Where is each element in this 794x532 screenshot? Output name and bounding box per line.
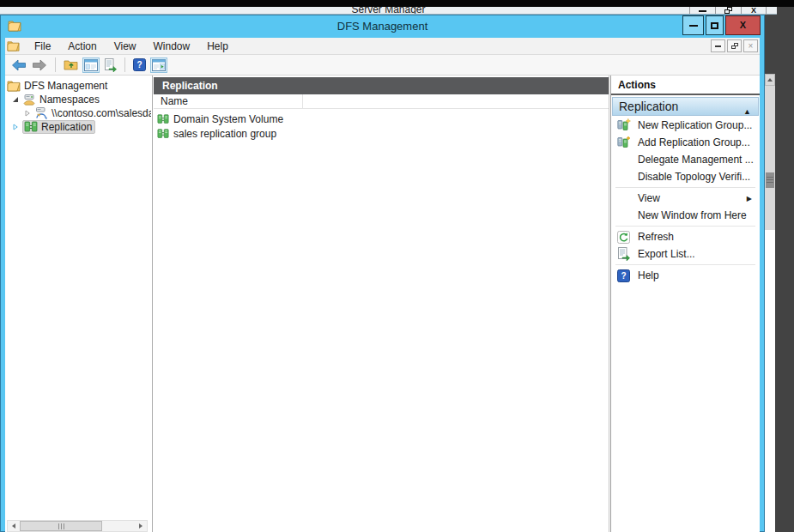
- chevron-right-icon: [139, 523, 142, 529]
- scroll-left-button[interactable]: [8, 521, 20, 531]
- menu-file[interactable]: File: [26, 40, 59, 52]
- list-item-domain-system-volume[interactable]: Domain System Volume: [154, 112, 609, 126]
- close-icon: ×: [749, 42, 754, 51]
- results-pane-header: Replication: [154, 77, 609, 94]
- dfs-close-button[interactable]: X: [725, 15, 761, 35]
- pane-splitter[interactable]: [152, 76, 153, 532]
- toolbar-separator: [124, 57, 125, 72]
- tree-item-namespaces[interactable]: Namespaces: [5, 93, 100, 106]
- scrollbar-up-button[interactable]: [765, 74, 775, 86]
- menu-bar: File Action View Window Help ×: [5, 38, 760, 55]
- action-label: View: [638, 192, 660, 204]
- action-new-replication-group[interactable]: New Replication Group...: [611, 117, 760, 134]
- help-icon: ?: [133, 58, 146, 71]
- server-manager-caption-buttons: X: [689, 7, 767, 15]
- expander-collapsed-icon[interactable]: [24, 110, 31, 117]
- console-tree-pane: DFS Management Namespaces \\contoso.com\: [5, 76, 151, 532]
- action-add-replication-group[interactable]: Add Replication Group...: [611, 134, 760, 151]
- sm-minimize-button[interactable]: [689, 7, 715, 15]
- child-restore-button[interactable]: [727, 39, 742, 52]
- expander-expanded-icon[interactable]: [12, 96, 19, 103]
- tree-item-replication[interactable]: Replication: [5, 120, 95, 134]
- action-label: Delegate Management ...: [638, 154, 754, 166]
- chevron-up-icon: [767, 78, 773, 82]
- action-label: Disable Topology Verifi...: [638, 171, 750, 183]
- replication-icon: [24, 120, 38, 134]
- grip-icon: [58, 523, 64, 529]
- minimize-icon: [699, 10, 706, 12]
- dfs-management-window: DFS Management X File Action View Window…: [0, 15, 765, 532]
- menu-action[interactable]: Action: [59, 40, 105, 52]
- action-export-list[interactable]: Export List...: [611, 245, 760, 263]
- actions-divider: [615, 264, 755, 265]
- server-manager-content-strip: [765, 230, 775, 532]
- actions-divider: [615, 226, 755, 227]
- scrollbar-thumb[interactable]: [20, 521, 102, 531]
- scroll-right-button[interactable]: [135, 521, 147, 531]
- minimize-icon: [715, 45, 721, 47]
- back-button[interactable]: [10, 57, 27, 73]
- dfs-console-icon: [7, 79, 21, 93]
- maximize-icon: [711, 22, 718, 29]
- child-close-button[interactable]: ×: [743, 39, 758, 52]
- action-label: Add Replication Group...: [638, 136, 750, 148]
- forward-button[interactable]: [31, 57, 48, 73]
- namespaces-icon: [22, 93, 36, 106]
- tree-selected-item[interactable]: Replication: [22, 120, 95, 134]
- submenu-arrow-icon: ▶: [747, 195, 752, 203]
- actions-section-replication[interactable]: Replication ▲: [612, 97, 759, 116]
- up-one-level-button[interactable]: [63, 57, 79, 72]
- console-icon: [7, 39, 20, 52]
- sm-restore-button[interactable]: [715, 7, 741, 15]
- help-button[interactable]: ?: [132, 57, 147, 72]
- scrollbar-track[interactable]: [765, 86, 775, 230]
- sm-close-button[interactable]: X: [741, 7, 767, 15]
- dfs-titlebar[interactable]: DFS Management X: [0, 15, 765, 38]
- expander-collapsed-icon[interactable]: [12, 124, 19, 130]
- action-delegate-management[interactable]: Delegate Management ...: [611, 151, 760, 168]
- column-divider[interactable]: [302, 94, 303, 109]
- replication-group-icon: [157, 113, 169, 125]
- results-pane: Replication Name Domain System Volume sa…: [154, 76, 609, 532]
- tree-item-dfs-management[interactable]: DFS Management: [5, 79, 107, 93]
- scrollbar-thumb[interactable]: [766, 172, 774, 188]
- action-label: New Window from Here: [638, 209, 747, 221]
- tree-horizontal-scrollbar: [7, 520, 148, 532]
- menu-view[interactable]: View: [106, 40, 145, 52]
- action-new-window-from-here[interactable]: New Window from Here: [611, 207, 760, 224]
- dfs-minimize-button[interactable]: [682, 15, 704, 35]
- new-replication-group-icon: [616, 118, 631, 132]
- restore-icon: [731, 43, 738, 49]
- show-action-pane-button[interactable]: [150, 57, 167, 73]
- back-icon: [11, 58, 27, 72]
- tree-item-contoso-namespace[interactable]: \\contoso.com\salesda: [5, 106, 151, 120]
- menu-help[interactable]: Help: [198, 40, 237, 52]
- column-header-name[interactable]: Name: [154, 94, 609, 109]
- list-item-label: Domain System Volume: [173, 113, 283, 125]
- tree-item-label: \\contoso.com\salesda: [52, 107, 151, 119]
- svg-text:?: ?: [621, 271, 626, 281]
- show-console-tree-icon: [84, 59, 98, 71]
- console-content: DFS Management Namespaces \\contoso.com\: [5, 76, 760, 532]
- export-list-button[interactable]: [103, 57, 118, 73]
- action-view[interactable]: View ▶: [611, 190, 760, 207]
- up-one-level-icon: [64, 58, 78, 71]
- export-list-icon: [616, 247, 631, 261]
- refresh-icon: [616, 231, 631, 244]
- actions-divider: [615, 187, 755, 188]
- dfs-maximize-button[interactable]: [706, 15, 724, 35]
- export-list-icon: [104, 58, 117, 72]
- replication-group-icon: [157, 128, 169, 140]
- actions-list: New Replication Group... Add Replication…: [611, 117, 760, 284]
- show-console-tree-button[interactable]: [82, 57, 100, 73]
- server-manager-background: [775, 7, 794, 532]
- action-help[interactable]: ? Help: [611, 267, 760, 284]
- menu-window[interactable]: Window: [145, 40, 199, 52]
- namespace-icon: [34, 106, 48, 120]
- child-minimize-button[interactable]: [711, 39, 725, 52]
- action-disable-topology-verification[interactable]: Disable Topology Verifi...: [611, 168, 760, 185]
- list-item-sales-replication-group[interactable]: sales replication group: [154, 126, 609, 141]
- actions-section-label: Replication: [619, 100, 678, 113]
- action-refresh[interactable]: Refresh: [611, 228, 760, 245]
- dfs-app-icon: [8, 19, 21, 33]
